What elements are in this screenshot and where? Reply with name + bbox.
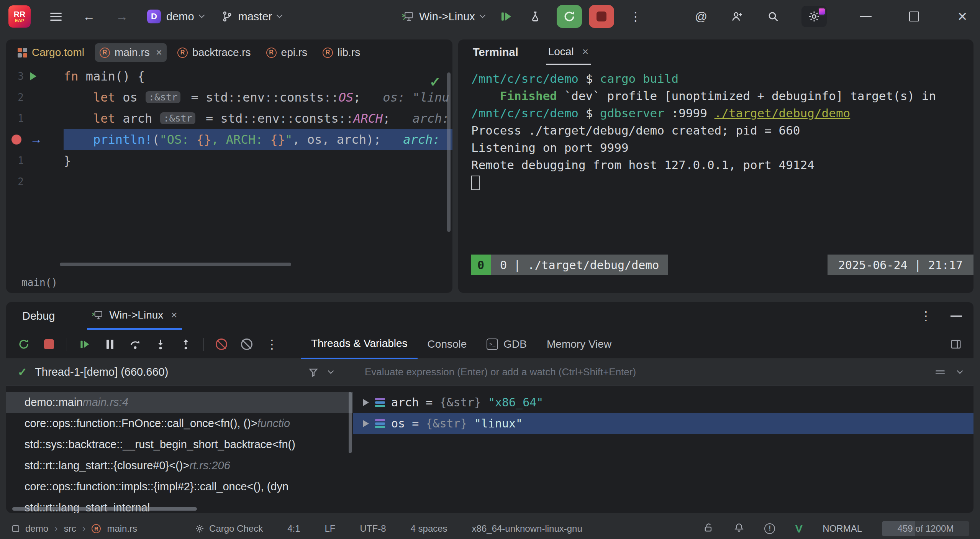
project-widget[interactable]: D demo xyxy=(147,10,204,23)
close-tab-icon[interactable]: × xyxy=(171,309,177,321)
maximize-window-button[interactable] xyxy=(906,8,922,25)
step-into-button[interactable] xyxy=(153,337,168,352)
cargo-check-widget[interactable]: Cargo Check xyxy=(195,523,263,534)
back-button[interactable]: ← xyxy=(81,8,97,25)
variables-list[interactable]: arch = {&str} "x86_64"os = {&str} "linux… xyxy=(353,386,973,434)
close-tab-icon[interactable]: × xyxy=(156,46,162,59)
frames-list[interactable]: demo::main main.rs:4core::ops::function:… xyxy=(6,386,353,513)
more-icon[interactable]: ⋮ xyxy=(920,309,932,323)
breadcrumb-src[interactable]: src xyxy=(64,523,76,534)
close-window-button[interactable]: × xyxy=(955,8,970,25)
tab-cargo-toml[interactable]: Cargo.toml xyxy=(13,43,89,62)
frames-vertical-scrollbar[interactable] xyxy=(349,392,352,453)
breadcrumb[interactable]: main() xyxy=(21,277,57,288)
tab-backtrace-rs[interactable]: R backtrace.rs xyxy=(173,43,256,62)
line-separator-widget[interactable]: LF xyxy=(325,523,336,534)
code-text[interactable]: let os :&str = std::env::consts::OS; os:… xyxy=(64,87,452,108)
editor-horizontal-scrollbar[interactable] xyxy=(60,263,291,266)
layout-settings-button[interactable] xyxy=(948,337,964,352)
notifications-button[interactable] xyxy=(734,522,744,535)
readonly-toggle[interactable] xyxy=(703,522,714,535)
rerun-debug-button[interactable] xyxy=(557,5,582,28)
frames-horizontal-scrollbar[interactable] xyxy=(12,507,197,511)
close-tab-icon[interactable]: × xyxy=(582,46,588,58)
profile-button[interactable] xyxy=(528,8,543,25)
vim-mode-indicator[interactable]: NORMAL xyxy=(823,523,862,534)
code-lines[interactable]: 3fn main() {2 let os :&str = std::env::c… xyxy=(6,66,452,192)
search-everywhere-button[interactable] xyxy=(765,8,781,25)
mute-breakpoints-button[interactable] xyxy=(214,337,229,352)
evaluate-expression-input[interactable]: Evaluate expression (Enter) or add a wat… xyxy=(353,359,973,386)
indent-widget[interactable]: 4 spaces xyxy=(411,523,447,534)
tab-main-rs[interactable]: R main.rs × xyxy=(95,43,167,62)
frame-row[interactable]: std::sys::backtrace::__rust_begin_short_… xyxy=(6,434,353,455)
code-line[interactable]: → println!("OS: {}, ARCH: {}", os, arch)… xyxy=(6,129,452,150)
gutter[interactable]: 2 xyxy=(6,171,64,192)
inspection-ok-icon[interactable]: ✓ xyxy=(429,74,441,90)
code-text[interactable]: } xyxy=(64,150,452,171)
run-gutter-icon[interactable] xyxy=(30,72,36,81)
vim-icon[interactable]: V xyxy=(795,522,803,535)
tab-gdb[interactable]: >_ GDB xyxy=(477,330,537,359)
variable-row[interactable]: os = {&str} "linux" xyxy=(353,413,973,434)
debug-session-tab[interactable]: Win->Linux × xyxy=(87,302,182,330)
breadcrumb-project[interactable]: demo xyxy=(25,523,48,534)
hide-breakpoints-button[interactable] xyxy=(239,337,254,352)
gutter[interactable]: → xyxy=(6,129,64,150)
more-debug-actions-button[interactable]: ⋮ xyxy=(264,337,280,352)
more-run-actions-button[interactable]: ⋮ xyxy=(628,8,643,25)
frame-row[interactable]: core::ops::function::FnOnce::call_once<f… xyxy=(6,413,353,434)
variable-row[interactable]: arch = {&str} "x86_64" xyxy=(353,392,973,413)
forward-button[interactable]: → xyxy=(114,8,129,25)
resume-button[interactable] xyxy=(77,337,92,352)
minimize-window-button[interactable] xyxy=(858,8,873,25)
filter-frames-button[interactable] xyxy=(306,365,321,380)
caret-position-widget[interactable]: 4:1 xyxy=(287,523,300,534)
invite-user-button[interactable] xyxy=(729,8,745,25)
resume-program-button[interactable] xyxy=(498,8,514,25)
terminal-tab-local[interactable]: Local × xyxy=(546,39,591,65)
run-configuration-widget[interactable]: Win->Linux xyxy=(402,10,485,23)
gutter[interactable]: 1 xyxy=(6,108,64,129)
tab-memory-view[interactable]: Memory View xyxy=(537,330,621,359)
problems-indicator[interactable]: ! xyxy=(764,523,775,534)
thread-selector[interactable]: ✓ Thread-1-[demo] (660.660) xyxy=(6,359,353,386)
code-line[interactable]: 1 let arch :&str = std::env::consts::ARC… xyxy=(6,108,452,129)
tab-lib-rs[interactable]: R lib.rs xyxy=(318,43,365,62)
chevron-down-icon[interactable] xyxy=(957,368,963,374)
code-text[interactable]: let arch :&str = std::env::consts::ARCH;… xyxy=(64,108,452,129)
code-line[interactable]: 2 xyxy=(6,171,452,192)
code-text[interactable] xyxy=(64,171,452,192)
code-with-me-button[interactable]: @ xyxy=(693,8,709,25)
tab-epi-rs[interactable]: R epi.rs xyxy=(262,43,312,62)
chevron-right-icon[interactable] xyxy=(363,399,369,406)
chevron-right-icon[interactable] xyxy=(363,420,369,427)
code-line[interactable]: 2 let os :&str = std::env::consts::OS; o… xyxy=(6,87,452,108)
hide-panel-icon[interactable] xyxy=(951,316,962,317)
code-text[interactable]: fn main() { xyxy=(64,66,452,87)
memory-indicator[interactable]: 459 of 1200M xyxy=(882,521,969,536)
stop-button[interactable] xyxy=(589,5,614,28)
stop-button[interactable] xyxy=(41,337,57,352)
code-line[interactable]: 3fn main() { xyxy=(6,66,452,87)
tab-console[interactable]: Console xyxy=(418,330,477,359)
vcs-branch-widget[interactable]: master xyxy=(221,10,282,23)
terminal-lines[interactable]: /mnt/c/src/demo $ cargo build Finished `… xyxy=(458,65,973,174)
tab-threads-variables[interactable]: Threads & Variables xyxy=(301,330,418,359)
frame-row[interactable]: demo::main main.rs:4 xyxy=(6,392,353,413)
settings-button[interactable] xyxy=(801,6,827,27)
code-line[interactable]: 1} xyxy=(6,150,452,171)
editor-vertical-scrollbar[interactable] xyxy=(447,72,451,232)
gutter[interactable]: 1 xyxy=(6,150,64,171)
rerun-button[interactable] xyxy=(16,337,31,352)
pause-button[interactable] xyxy=(102,337,118,352)
target-triple-widget[interactable]: x86_64-unknown-linux-gnu xyxy=(472,523,582,534)
breakpoint-icon[interactable] xyxy=(11,135,21,145)
gutter[interactable]: 2 xyxy=(6,87,64,108)
expand-editor-icon[interactable] xyxy=(936,369,945,376)
main-menu-button[interactable] xyxy=(48,8,64,25)
encoding-widget[interactable]: UTF-8 xyxy=(360,523,386,534)
frame-row[interactable]: core::ops::function::impls::{impl#2}::ca… xyxy=(6,476,353,497)
gutter[interactable]: 3 xyxy=(6,66,64,87)
breadcrumb-file[interactable]: main.rs xyxy=(107,523,137,534)
